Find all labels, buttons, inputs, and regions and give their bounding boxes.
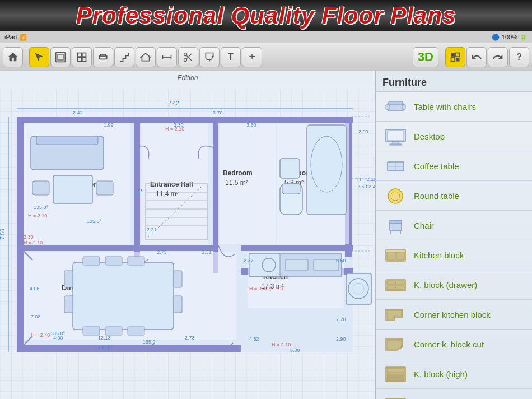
k-block-drawer-label: K. block (drawer) — [414, 280, 477, 290]
ipad-label: iPad — [4, 34, 17, 40]
svg-text:H = 2.40: H = 2.40 — [31, 332, 50, 338]
help-button[interactable]: ? — [509, 47, 529, 67]
svg-rect-99 — [64, 296, 73, 313]
undo-button[interactable] — [466, 47, 487, 67]
svg-rect-134 — [389, 101, 403, 105]
svg-text:4.82: 4.82 — [249, 336, 259, 342]
select-tool-button[interactable] — [29, 47, 49, 67]
svg-rect-153 — [386, 250, 405, 252]
svg-text:2.31: 2.31 — [202, 249, 212, 255]
desktop-label: Desktop — [414, 132, 445, 141]
svg-rect-17 — [456, 53, 460, 57]
redo-button[interactable] — [488, 47, 508, 67]
corner-k-block-cut-label: Corner k. block cut — [414, 340, 484, 349]
svg-rect-29 — [17, 245, 218, 251]
svg-rect-19 — [456, 57, 460, 61]
svg-rect-2 — [78, 53, 82, 57]
furniture-item-k-block-high[interactable]: K. block (high) — [376, 359, 532, 389]
svg-text:2.42: 2.42 — [168, 100, 179, 106]
svg-text:H = 0.40 (1.70): H = 0.40 (1.70) — [249, 286, 283, 291]
svg-point-158 — [394, 286, 396, 288]
wifi-icon: 📶 — [19, 34, 27, 41]
svg-rect-103 — [282, 184, 300, 194]
svg-rect-5 — [82, 57, 86, 61]
svg-text:2.73: 2.73 — [185, 335, 195, 341]
furniture-item-k-block-drawer[interactable]: K. block (drawer) — [376, 270, 532, 300]
header-title: Professional Quality Floor Plans — [76, 2, 456, 29]
svg-rect-161 — [387, 374, 404, 381]
svg-rect-91 — [73, 262, 174, 330]
svg-text:7.08: 7.08 — [31, 314, 41, 319]
round-table-label: Round table — [414, 191, 459, 201]
floor-plan-canvas[interactable]: Living Room 22.3 m² Entrance Hall 11.4 m… — [0, 80, 375, 399]
svg-text:7.50: 7.50 — [0, 229, 6, 240]
coffee-table-icon — [381, 155, 409, 177]
svg-point-12 — [184, 58, 187, 61]
furniture-item-sink-block[interactable]: Sink block — [376, 389, 532, 399]
svg-rect-93 — [105, 257, 122, 265]
kitchen-block-label: Kitchen block — [414, 250, 464, 260]
svg-text:3.60: 3.60 — [246, 122, 256, 128]
furniture-tool-button[interactable] — [93, 47, 113, 67]
svg-text:11.5 m²: 11.5 m² — [225, 179, 248, 187]
corner-k-block-cut-icon — [381, 333, 409, 355]
furniture-item-corner-k-block-cut[interactable]: Corner k. block cut — [376, 330, 532, 359]
svg-rect-147 — [390, 220, 402, 224]
3d-button[interactable]: 3D — [413, 47, 438, 67]
svg-text:135.0°: 135.0° — [87, 219, 102, 224]
svg-text:2.90: 2.90 — [336, 336, 346, 342]
yellow-right-button[interactable] — [445, 47, 465, 67]
roof-tool-button[interactable] — [136, 47, 156, 67]
floor-plan-area[interactable]: Edition — [0, 71, 375, 399]
svg-rect-135 — [386, 105, 389, 109]
furniture-item-coffee-table[interactable]: Coffee table — [376, 151, 532, 181]
svg-text:2.37: 2.37 — [244, 258, 254, 263]
k-block-drawer-icon — [381, 273, 409, 296]
svg-point-157 — [394, 281, 396, 283]
room-tool-button[interactable] — [72, 47, 92, 67]
svg-text:H = 2.10: H = 2.10 — [24, 240, 43, 245]
svg-text:H = 2.10: H = 2.10 — [272, 342, 291, 347]
text-tool-button[interactable]: T — [221, 47, 241, 67]
scissor-tool-button[interactable] — [178, 47, 198, 67]
svg-rect-92 — [83, 257, 100, 265]
svg-rect-84 — [32, 181, 49, 195]
furniture-item-desktop[interactable]: Desktop — [376, 122, 532, 151]
furniture-item-kitchen-block[interactable]: Kitchen block — [376, 240, 532, 270]
header-banner: Professional Quality Floor Plans — [0, 0, 532, 31]
coffee-table-label: Coffee table — [414, 161, 459, 171]
svg-rect-4 — [78, 57, 82, 61]
svg-text:3.30: 3.30 — [174, 122, 184, 128]
svg-rect-96 — [105, 327, 122, 335]
furniture-item-corner-kitchen-block[interactable]: Corner kitchen block — [376, 300, 532, 330]
furniture-item-round-table[interactable]: Round table — [376, 181, 532, 211]
svg-text:135.0°: 135.0° — [143, 339, 158, 345]
round-table-icon — [381, 184, 409, 207]
furniture-panel-title: Furniture — [376, 71, 532, 92]
stairs-tool-button[interactable] — [114, 47, 134, 67]
svg-text:4.00: 4.00 — [53, 335, 63, 341]
dimension-tool-button[interactable] — [157, 47, 177, 67]
svg-rect-136 — [402, 105, 405, 109]
desktop-icon — [381, 125, 409, 147]
svg-text:5.00: 5.00 — [290, 347, 300, 353]
svg-text:2.21: 2.21 — [147, 227, 157, 233]
svg-rect-90 — [314, 259, 339, 271]
wall-tool-button[interactable] — [50, 47, 71, 67]
corner-kitchen-block-icon — [381, 303, 409, 326]
paint-tool-button[interactable] — [199, 47, 220, 67]
svg-text:2.73: 2.73 — [157, 249, 167, 255]
svg-rect-140 — [390, 144, 402, 145]
svg-rect-130 — [346, 273, 371, 304]
battery-label: 100% — [502, 34, 517, 40]
table-with-chairs-icon — [381, 95, 409, 118]
svg-text:Entrance Hall: Entrance Hall — [150, 180, 193, 188]
add-tool-button[interactable]: + — [242, 47, 262, 67]
chair-icon — [381, 214, 409, 236]
svg-rect-0 — [56, 52, 66, 62]
k-block-high-icon — [381, 363, 409, 385]
furniture-item-chair[interactable]: Chair — [376, 211, 532, 240]
svg-text:2.60  2.40: 2.60 2.40 — [357, 184, 375, 189]
furniture-item-table-with-chairs[interactable]: Table with chairs — [376, 92, 532, 122]
home-button[interactable] — [3, 47, 23, 67]
